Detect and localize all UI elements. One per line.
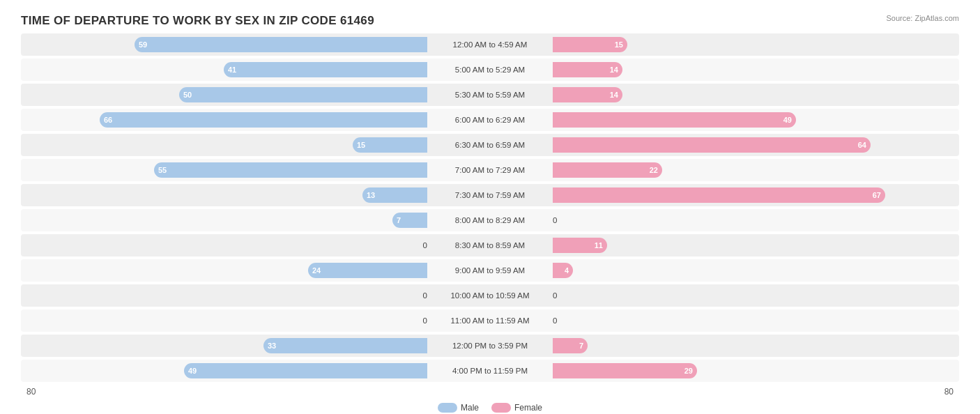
female-value: 7 — [579, 342, 583, 350]
table-row: 011:00 AM to 11:59 AM0 — [21, 309, 959, 332]
table-row: 08:30 AM to 8:59 AM11 — [21, 234, 959, 256]
right-section: 14 — [553, 59, 959, 81]
left-section: 13 — [21, 184, 427, 206]
table-row: 5912:00 AM to 4:59 AM15 — [21, 33, 959, 56]
table-row: 156:30 AM to 6:59 AM64 — [21, 134, 959, 156]
table-row: 3312:00 PM to 3:59 PM7 — [21, 335, 959, 357]
left-section: 49 — [21, 360, 427, 382]
right-section: 4 — [553, 259, 959, 282]
table-row: 137:30 AM to 7:59 AM67 — [21, 184, 959, 206]
male-value: 59 — [139, 40, 147, 49]
female-value: 11 — [595, 241, 603, 250]
legend-female-label: Female — [514, 403, 542, 413]
legend-male-swatch — [438, 403, 457, 413]
male-value: 49 — [188, 367, 197, 375]
female-value: 0 — [553, 316, 557, 325]
source-text: Source: ZipAtlas.com — [886, 14, 959, 22]
male-value: 13 — [367, 191, 375, 199]
right-section: 0 — [553, 284, 959, 307]
table-row: 010:00 AM to 10:59 AM0 — [21, 284, 959, 307]
left-section: 41 — [21, 59, 427, 81]
legend-female: Female — [491, 403, 542, 413]
table-row: 415:00 AM to 5:29 AM14 — [21, 59, 959, 81]
right-section: 15 — [553, 33, 959, 56]
legend-male-label: Male — [461, 403, 479, 413]
left-section: 15 — [21, 134, 427, 156]
time-range-label: 5:30 AM to 5:59 AM — [427, 91, 553, 99]
male-value: 24 — [312, 266, 321, 275]
female-value: 22 — [650, 166, 658, 174]
right-section: 11 — [553, 234, 959, 256]
female-value: 29 — [684, 367, 693, 375]
time-range-label: 9:00 AM to 9:59 AM — [427, 266, 553, 275]
male-value: 55 — [158, 166, 167, 174]
time-range-label: 12:00 PM to 3:59 PM — [427, 342, 553, 350]
table-row: 505:30 AM to 5:59 AM14 — [21, 84, 959, 106]
right-section: 29 — [553, 360, 959, 382]
female-value: 0 — [553, 291, 557, 300]
axis-left: 80 — [21, 387, 427, 397]
table-row: 249:00 AM to 9:59 AM4 — [21, 259, 959, 282]
right-section: 64 — [553, 134, 959, 156]
left-section: 7 — [21, 209, 427, 231]
left-section: 66 — [21, 109, 427, 131]
right-section: 0 — [553, 309, 959, 332]
time-range-label: 12:00 AM to 4:59 AM — [427, 40, 553, 49]
table-row: 557:00 AM to 7:29 AM22 — [21, 159, 959, 181]
time-range-label: 8:00 AM to 8:29 AM — [427, 216, 553, 224]
left-section: 24 — [21, 259, 427, 282]
time-range-label: 8:30 AM to 8:59 AM — [427, 241, 553, 250]
left-section: 33 — [21, 335, 427, 357]
left-section: 0 — [21, 284, 427, 307]
right-section: 67 — [553, 184, 959, 206]
male-value: 41 — [228, 66, 236, 74]
time-range-label: 6:30 AM to 6:59 AM — [427, 141, 553, 149]
legend: Male Female — [21, 403, 959, 413]
axis-right: 80 — [553, 387, 959, 397]
male-value: 7 — [397, 216, 401, 224]
left-section: 50 — [21, 84, 427, 106]
right-section: 0 — [553, 209, 959, 231]
male-value: 50 — [183, 91, 192, 99]
time-range-label: 10:00 AM to 10:59 AM — [427, 291, 553, 300]
female-value: 64 — [858, 141, 866, 149]
female-value: 14 — [610, 91, 618, 99]
male-value: 66 — [104, 116, 112, 124]
right-section: 14 — [553, 84, 959, 106]
left-section: 0 — [21, 234, 427, 256]
axis-row: 80 80 — [21, 385, 959, 399]
female-value: 4 — [565, 266, 569, 275]
female-value: 67 — [873, 191, 881, 199]
time-range-label: 6:00 AM to 6:29 AM — [427, 116, 553, 124]
time-range-label: 7:00 AM to 7:29 AM — [427, 166, 553, 174]
female-value: 0 — [553, 216, 557, 224]
bars-area: 5912:00 AM to 4:59 AM15415:00 AM to 5:29… — [21, 33, 959, 382]
left-section: 59 — [21, 33, 427, 56]
right-section: 22 — [553, 159, 959, 181]
male-value: 15 — [357, 141, 365, 149]
legend-male: Male — [438, 403, 479, 413]
time-range-label: 5:00 AM to 5:29 AM — [427, 66, 553, 74]
time-range-label: 11:00 AM to 11:59 AM — [427, 316, 553, 325]
female-value: 15 — [615, 40, 623, 49]
table-row: 494:00 PM to 11:59 PM29 — [21, 360, 959, 382]
time-range-label: 4:00 PM to 11:59 PM — [427, 367, 553, 375]
table-row: 666:00 AM to 6:29 AM49 — [21, 109, 959, 131]
female-value: 49 — [783, 116, 792, 124]
table-row: 78:00 AM to 8:29 AM0 — [21, 209, 959, 231]
right-section: 49 — [553, 109, 959, 131]
female-value: 14 — [610, 66, 618, 74]
left-section: 55 — [21, 159, 427, 181]
chart-title: TIME OF DEPARTURE TO WORK BY SEX IN ZIP … — [21, 14, 959, 28]
chart-container: TIME OF DEPARTURE TO WORK BY SEX IN ZIP … — [0, 0, 980, 414]
male-value: 33 — [268, 342, 276, 350]
time-range-label: 7:30 AM to 7:59 AM — [427, 191, 553, 199]
left-section: 0 — [21, 309, 427, 332]
right-section: 7 — [553, 335, 959, 357]
legend-female-swatch — [491, 403, 511, 413]
